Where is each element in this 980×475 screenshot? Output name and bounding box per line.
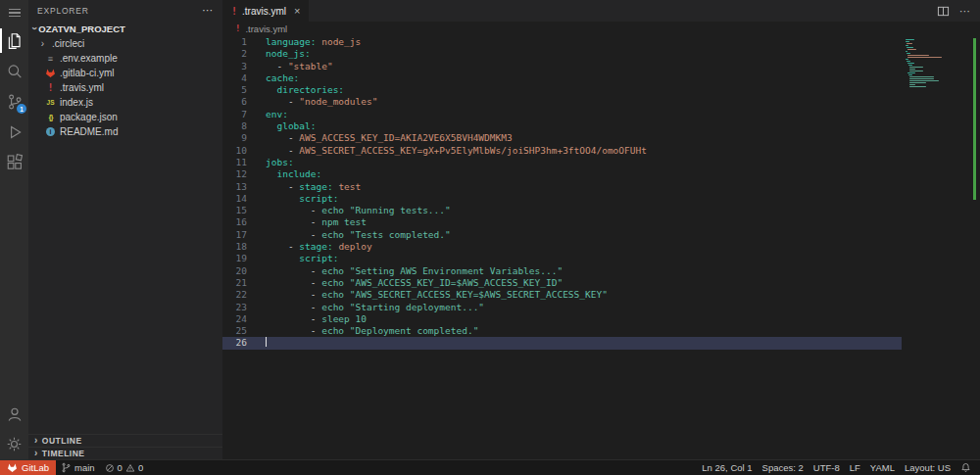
- code-line-10[interactable]: 10 - AWS_SECRET_ACCESS_KEY=gX+Pv5ElyMlbW…: [222, 145, 902, 157]
- chevron-right-icon: ›: [34, 449, 38, 458]
- code-line-20[interactable]: 20 - echo "Setting AWS Environment Varia…: [222, 265, 902, 277]
- line-content: - echo "Starting deployment...": [247, 302, 484, 313]
- editor-pane[interactable]: 1language: node_js2node_js:3 - "stable"4…: [222, 35, 980, 459]
- notifications-bell-icon[interactable]: [956, 460, 976, 475]
- gitlab-status-button[interactable]: GitLab: [0, 460, 56, 475]
- code-line-15[interactable]: 15 - echo "Running tests...": [222, 205, 902, 216]
- code-line-4[interactable]: 4cache:: [222, 72, 902, 84]
- code-line-1[interactable]: 1language: node_js: [222, 36, 902, 48]
- extensions-icon[interactable]: [0, 147, 28, 177]
- code-line-13[interactable]: 13 - stage: test: [222, 181, 902, 193]
- settings-gear-icon[interactable]: [0, 429, 28, 459]
- outline-section-header[interactable]: › OUTLINE: [28, 434, 222, 447]
- branch-indicator[interactable]: main: [56, 460, 100, 475]
- travis-icon: !: [45, 82, 56, 93]
- breadcrumb-item[interactable]: .travis.yml: [245, 24, 287, 34]
- code-line-26[interactable]: 26: [222, 337, 902, 349]
- minimap-line: [906, 59, 908, 60]
- code-line-14[interactable]: 14 script:: [222, 193, 902, 205]
- text-cursor: [266, 337, 267, 347]
- file-item-index.js[interactable]: JSindex.js: [28, 95, 222, 110]
- file-item-.circleci[interactable]: ›.circleci: [28, 36, 222, 51]
- file-item-package.json[interactable]: {}package.json: [28, 110, 222, 124]
- env-icon: ≡: [45, 54, 56, 64]
- code-line-16[interactable]: 16 - npm test: [222, 216, 902, 228]
- outline-label: OUTLINE: [42, 436, 82, 446]
- line-number: 22: [222, 289, 247, 301]
- code-line-12[interactable]: 12 include:: [222, 168, 902, 180]
- code-line-22[interactable]: 22 - echo "AWS_SECRET_ACCESS_KEY=$AWS_SE…: [222, 289, 902, 301]
- line-content: - "stable": [247, 61, 333, 72]
- code-line-17[interactable]: 17 - echo "Tests completed.": [222, 229, 902, 241]
- file-item-README.md[interactable]: iREADME.md: [28, 124, 222, 139]
- code-line-25[interactable]: 25 - echo "Deployment completed.": [222, 325, 902, 337]
- line-number: 13: [222, 181, 247, 193]
- line-number: 24: [222, 313, 247, 325]
- code-line-3[interactable]: 3 - "stable": [222, 61, 902, 72]
- timeline-section-header[interactable]: › TIMELINE: [28, 447, 222, 459]
- indentation[interactable]: Spaces: 2: [758, 460, 808, 475]
- git-added-marker: [973, 38, 976, 200]
- menu-icon[interactable]: [0, 0, 28, 25]
- account-icon[interactable]: [0, 399, 28, 429]
- line-number: 23: [222, 302, 247, 313]
- problems-indicator[interactable]: 0 0: [100, 460, 149, 475]
- explorer-icon[interactable]: [0, 25, 28, 56]
- line-number: 19: [222, 253, 247, 264]
- file-tree: ›.circleci≡.env.example.gitlab-ci.yml!.t…: [28, 36, 222, 139]
- code-line-18[interactable]: 18 - stage: deploy: [222, 241, 902, 253]
- file-item-.travis.yml[interactable]: !.travis.yml: [28, 80, 222, 95]
- line-content: script:: [247, 253, 338, 264]
- close-icon[interactable]: ×: [294, 5, 300, 17]
- cursor-position[interactable]: Ln 26, Col 1: [697, 460, 757, 475]
- code-lines[interactable]: 1language: node_js2node_js:3 - "stable"4…: [222, 35, 902, 350]
- code-line-9[interactable]: 9 - AWS_ACCESS_KEY_ID=AKIA2VE6X5BVH4WDMK…: [222, 132, 902, 144]
- language-mode[interactable]: YAML: [865, 460, 900, 475]
- line-content: script:: [247, 193, 338, 205]
- folder-icon: ›: [37, 39, 48, 49]
- code-line-19[interactable]: 19 script:: [222, 253, 902, 264]
- line-number: 1: [222, 36, 247, 48]
- code-line-11[interactable]: 11jobs:: [222, 157, 902, 168]
- file-item-.env.example[interactable]: ≡.env.example: [28, 51, 222, 66]
- overview-ruler[interactable]: [968, 35, 980, 459]
- minimap-line: [906, 43, 912, 44]
- file-label: .env.example: [60, 53, 118, 64]
- keyboard-layout[interactable]: Layout: US: [900, 460, 956, 475]
- chevron-right-icon: ›: [34, 436, 38, 446]
- sidebar-spacer: [28, 139, 222, 434]
- code-line-24[interactable]: 24 - sleep 10: [222, 313, 902, 325]
- code-line-6[interactable]: 6 - "node_modules": [222, 96, 902, 108]
- chevron-down-icon: ›: [29, 26, 39, 29]
- line-number: 8: [222, 120, 247, 132]
- warning-count: 0: [138, 462, 143, 473]
- code-line-2[interactable]: 2node_js:: [222, 48, 902, 60]
- line-number: 2: [222, 48, 247, 60]
- gitlab-tanuki-icon: [7, 462, 18, 473]
- split-editor-icon[interactable]: [937, 5, 950, 18]
- file-item-.gitlab-ci.yml[interactable]: .gitlab-ci.yml: [28, 66, 222, 80]
- project-root-folder[interactable]: › OZATVN_PROJECT: [28, 21, 222, 36]
- code-line-23[interactable]: 23 - echo "Starting deployment...": [222, 302, 902, 313]
- code-line-8[interactable]: 8 global:: [222, 120, 902, 132]
- line-number: 12: [222, 168, 247, 180]
- line-content: - AWS_ACCESS_KEY_ID=AKIA2VE6X5BVH4WDMKM3: [247, 132, 513, 144]
- line-number: 10: [222, 145, 247, 157]
- activity-bar-spacer: [0, 177, 28, 399]
- code-line-7[interactable]: 7env:: [222, 109, 902, 120]
- editor-more-actions-icon[interactable]: ⋯: [959, 5, 970, 18]
- code-line-21[interactable]: 21 - echo "AWS_ACCESS_KEY_ID=$AWS_ACCESS…: [222, 277, 902, 289]
- minimap[interactable]: [906, 39, 966, 90]
- code-line-5[interactable]: 5 directories:: [222, 84, 902, 96]
- file-label: .circleci: [52, 38, 84, 49]
- search-icon[interactable]: [0, 56, 28, 86]
- tab-travis-yml[interactable]: ! .travis.yml ×: [222, 0, 309, 22]
- line-number: 18: [222, 241, 247, 253]
- eol[interactable]: LF: [845, 460, 865, 475]
- run-debug-icon[interactable]: [0, 117, 28, 147]
- encoding[interactable]: UTF-8: [808, 460, 845, 475]
- source-control-icon[interactable]: 1: [0, 86, 28, 117]
- line-content: [247, 337, 267, 349]
- breadcrumb[interactable]: ! .travis.yml: [222, 22, 980, 35]
- explorer-more-actions-icon[interactable]: ⋯: [202, 4, 214, 17]
